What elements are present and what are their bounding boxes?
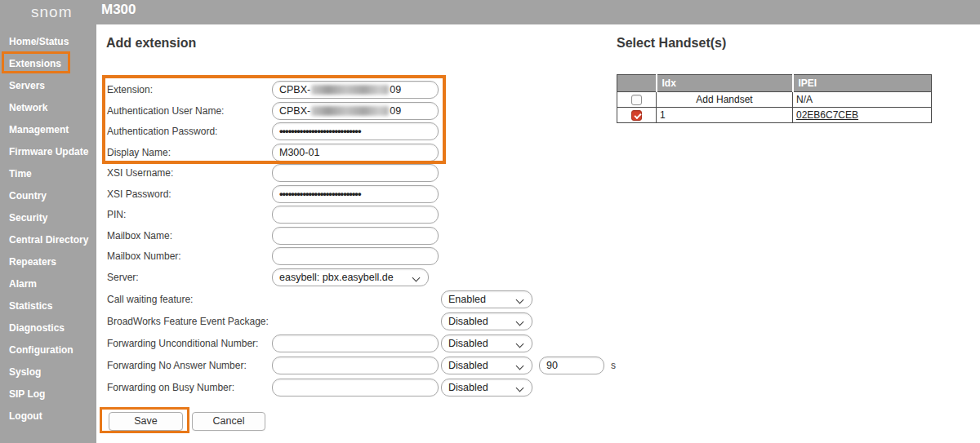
auth-username-value-prefix: CPBX- (279, 105, 310, 117)
auth-username-value-suffix: 09 (390, 105, 401, 117)
chevron-down-icon (516, 318, 524, 326)
xsi-password-input[interactable]: •••••••••••••••••••••••••••• (272, 185, 439, 203)
chevron-down-icon (516, 296, 524, 304)
broadworks-select-value: Disabled (448, 316, 488, 327)
chevron-down-icon (516, 362, 524, 370)
auth-password-input[interactable]: •••••••••••••••••••••••••••• (272, 122, 439, 140)
call-waiting-select-value: Enabled (448, 294, 486, 305)
sidebar-item-central-directory[interactable]: Central Directory (0, 229, 96, 251)
sidebar-item-repeaters[interactable]: Repeaters (0, 251, 96, 273)
table-row: Add Handset N/A (617, 92, 932, 108)
server-select[interactable]: easybell: pbx.easybell.de (272, 268, 429, 286)
top-header: M300 (96, 0, 980, 24)
table-row: 1 02EB6C7CEB (617, 108, 932, 123)
handset-table: Idx IPEI Add Handset N/A 1 02EB6C7CEB (617, 74, 932, 123)
page-title: M300 (101, 2, 136, 18)
sidebar-item-home-status[interactable]: Home/Status (0, 31, 96, 53)
fwd-noanswer-delay-unit: s (611, 360, 616, 371)
server-label: Server: (107, 272, 139, 283)
chevron-down-icon (412, 274, 421, 282)
fwd-noanswer-input[interactable] (272, 357, 439, 374)
display-name-input[interactable]: M300-01 (272, 144, 439, 162)
chevron-down-icon (516, 384, 524, 392)
sidebar: snom Home/Status Extensions Servers Netw… (0, 0, 96, 443)
snom-logo: snom (31, 3, 72, 21)
broadworks-label: BroadWorks Feature Event Package: (107, 316, 269, 327)
display-name-label: Display Name: (107, 147, 171, 158)
main-content: Add extension Select Handset(s) Extensio… (96, 24, 980, 443)
handset-ipei-link[interactable]: 02EB6C7CEB (796, 109, 858, 121)
call-waiting-select[interactable]: Enabled (441, 290, 532, 308)
sidebar-item-management[interactable]: Management (0, 119, 96, 141)
fwd-busy-input[interactable] (272, 379, 439, 396)
sidebar-item-extensions[interactable]: Extensions (0, 53, 96, 75)
mailbox-number-input[interactable] (272, 247, 439, 265)
sidebar-item-security[interactable]: Security (0, 207, 96, 229)
sidebar-item-statistics[interactable]: Statistics (0, 295, 96, 317)
xsi-username-label: XSI Username: (107, 167, 173, 179)
sidebar-item-network[interactable]: Network (0, 97, 96, 119)
handset-col-idx: Idx (657, 75, 793, 92)
app-window: snom Home/Status Extensions Servers Netw… (0, 0, 980, 443)
handset-table-header-row: Idx IPEI (617, 75, 932, 92)
save-button[interactable]: Save (109, 412, 183, 431)
pin-label: PIN: (107, 209, 126, 220)
fwd-unconditional-input[interactable] (272, 334, 439, 352)
handset-col-checkbox (617, 75, 657, 92)
fwd-unconditional-select[interactable]: Disabled (441, 334, 532, 352)
cancel-button[interactable]: Cancel (192, 412, 265, 431)
fwd-noanswer-delay-input[interactable]: 90 (539, 357, 604, 374)
sidebar-item-syslog[interactable]: Syslog (0, 361, 96, 383)
handset-col-ipei: IPEI (793, 75, 932, 92)
handset-ipei-cell: N/A (793, 92, 932, 108)
mailbox-name-input[interactable] (272, 227, 439, 245)
handset-idx-cell: Add Handset (657, 92, 793, 108)
sidebar-item-diagnostics[interactable]: Diagnostics (0, 317, 96, 339)
xsi-password-label: XSI Password: (107, 188, 172, 200)
sidebar-item-time[interactable]: Time (0, 163, 96, 185)
sidebar-item-logout[interactable]: Logout (0, 405, 96, 427)
xsi-username-input[interactable] (272, 164, 439, 182)
fwd-noanswer-select-value: Disabled (448, 360, 488, 371)
broadworks-select[interactable]: Disabled (441, 312, 532, 330)
call-waiting-label: Call waiting feature: (107, 294, 193, 305)
handset-idx-cell: 1 (657, 108, 793, 123)
sidebar-item-country[interactable]: Country (0, 185, 96, 207)
sidebar-nav: Home/Status Extensions Servers Network M… (0, 31, 96, 427)
mailbox-number-label: Mailbox Number: (107, 250, 181, 262)
sidebar-item-sip-log[interactable]: SIP Log (0, 383, 96, 405)
mailbox-name-label: Mailbox Name: (107, 230, 172, 241)
add-handset-checkbox[interactable] (631, 95, 642, 105)
sidebar-item-configuration[interactable]: Configuration (0, 339, 96, 361)
fwd-unconditional-label: Forwarding Unconditional Number: (107, 338, 258, 349)
fwd-noanswer-select[interactable]: Disabled (441, 357, 532, 374)
chevron-down-icon (516, 340, 524, 348)
extension-input[interactable]: CPBX-09 (272, 81, 439, 99)
fwd-noanswer-label: Forwarding No Answer Number: (107, 360, 247, 371)
pin-input[interactable] (272, 206, 439, 224)
fwd-busy-select[interactable]: Disabled (441, 379, 532, 396)
sidebar-item-servers[interactable]: Servers (0, 75, 96, 97)
section-title-add-extension: Add extension (106, 36, 196, 51)
handset-1-checkbox[interactable] (631, 110, 642, 121)
sidebar-item-firmware-update[interactable]: Firmware Update (0, 141, 96, 163)
redacted-text (311, 85, 389, 95)
fwd-busy-select-value: Disabled (448, 382, 488, 393)
fwd-unconditional-select-value: Disabled (448, 338, 488, 349)
extension-value-prefix: CPBX- (279, 84, 310, 95)
extension-value-suffix: 09 (390, 84, 401, 95)
auth-password-label: Authentication Password: (107, 126, 217, 137)
fwd-busy-label: Forwarding on Busy Number: (107, 382, 234, 393)
auth-username-label: Authentication User Name: (107, 105, 224, 117)
server-select-value: easybell: pbx.easybell.de (279, 272, 394, 283)
sidebar-item-alarm[interactable]: Alarm (0, 273, 96, 295)
extension-label: Extension: (107, 84, 153, 95)
redacted-text (311, 106, 389, 116)
auth-username-input[interactable]: CPBX-09 (272, 102, 439, 120)
section-title-select-handsets: Select Handset(s) (617, 36, 726, 51)
